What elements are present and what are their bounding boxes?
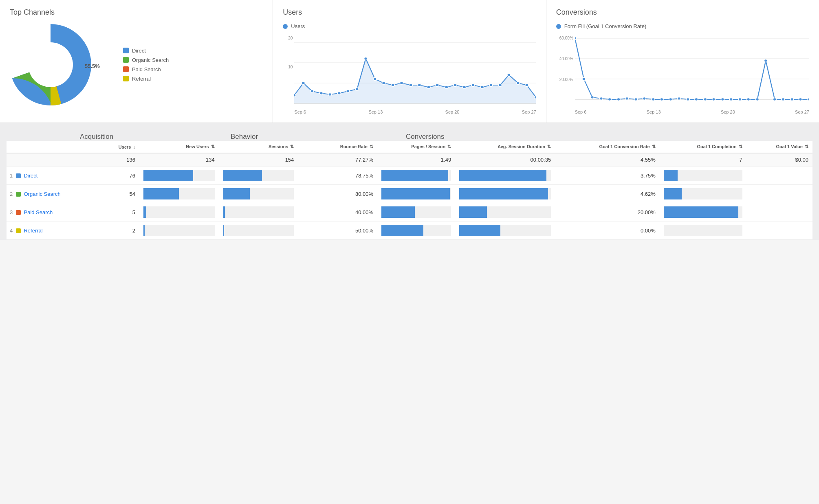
users-header[interactable]: Users ↓ (80, 141, 139, 153)
pie-legend: Direct Organic Search Paid Search Referr… (123, 48, 169, 82)
row4-channel: 4 Referral (7, 221, 80, 240)
svg-point-16 (364, 57, 368, 60)
row3-bounce-rate: 40.00% (298, 203, 377, 221)
row4-goal-value (746, 221, 812, 240)
bounce-sort[interactable]: ⇅ (370, 144, 373, 149)
users-chart-title: Users (283, 8, 536, 17)
table-row: 2 Organic Search 54 80.00% (7, 185, 812, 203)
total-label (7, 153, 80, 167)
svg-point-60 (746, 98, 750, 101)
referral-icon (16, 228, 21, 233)
svg-point-62 (764, 59, 767, 62)
svg-point-56 (712, 98, 715, 101)
row4-goal-bar (660, 221, 746, 240)
avg-session-header[interactable]: Avg. Session Duration ⇅ (455, 141, 555, 153)
x-label-sep6-users: Sep 6 (294, 110, 306, 114)
goal-completion-sort[interactable]: ⇅ (739, 144, 742, 149)
row1-goal-bar (660, 167, 746, 185)
users-sort[interactable]: ↓ (133, 145, 136, 149)
row2-avg-bar (455, 185, 555, 203)
table-row: 1 Direct 76 78.75% (7, 167, 812, 185)
svg-point-14 (346, 90, 350, 93)
row4-sessions-bar (219, 221, 298, 240)
svg-point-9 (302, 82, 305, 85)
x-label-sep20-conv: Sep 20 (721, 110, 735, 114)
row1-sessions-bar (219, 167, 298, 185)
svg-point-65 (790, 98, 793, 101)
x-label-sep20-users: Sep 20 (445, 110, 460, 114)
legend-direct: Direct (123, 48, 169, 54)
svg-point-55 (704, 98, 707, 101)
svg-point-41 (582, 78, 585, 81)
goal-value-sort[interactable]: ⇅ (805, 144, 808, 149)
row3-channel: 3 Paid Search (7, 203, 80, 221)
total-sessions: 154 (219, 153, 298, 167)
row3-users: 5 (80, 203, 139, 221)
pie-labels: 55.5% 39.4% (32, 23, 113, 105)
row4-bounce-bar (377, 221, 455, 240)
direct-icon (16, 173, 21, 178)
svg-point-32 (507, 74, 511, 77)
row2-goal-value (746, 185, 812, 203)
row2-bounce-bar (377, 185, 455, 203)
goal-rate-header[interactable]: Goal 1 Conversion Rate ⇅ (555, 141, 660, 153)
row4-goal-rate: 0.00% (555, 221, 660, 240)
direct-link[interactable]: Direct (24, 173, 37, 179)
behavior-section-header: Behavior (231, 133, 406, 141)
svg-point-13 (338, 92, 341, 95)
acquisition-section-header: Acquisition (80, 133, 231, 141)
new-users-sort[interactable]: ⇅ (211, 144, 215, 149)
svg-point-57 (721, 98, 724, 101)
row2-new-users-bar (139, 185, 219, 203)
pages-sort[interactable]: ⇅ (447, 144, 451, 149)
svg-point-17 (373, 78, 376, 81)
row4-new-users-bar (139, 221, 219, 240)
svg-point-40 (575, 37, 577, 40)
sessions-header[interactable]: Sessions ⇅ (219, 141, 298, 153)
paid-link[interactable]: Paid Search (24, 209, 53, 215)
organic-icon (16, 192, 21, 197)
svg-point-15 (355, 88, 359, 91)
svg-point-8 (294, 94, 296, 97)
row1-new-users-bar (139, 167, 219, 185)
paid-icon (16, 210, 21, 215)
row2-goal-rate: 4.62% (555, 185, 660, 203)
referral-link[interactable]: Referral (24, 228, 42, 234)
row4-users: 2 (80, 221, 139, 240)
row2-goal-bar (660, 185, 746, 203)
svg-point-44 (608, 98, 611, 101)
bounce-rate-header[interactable]: Bounce Rate ⇅ (298, 141, 377, 153)
avg-session-sort[interactable]: ⇅ (547, 144, 551, 149)
row3-goal-value (746, 203, 812, 221)
total-goal-completion: 7 (660, 153, 746, 167)
organic-color (123, 57, 129, 63)
row1-goal-value (746, 167, 812, 185)
legend-organic: Organic Search (123, 57, 169, 63)
svg-point-22 (418, 84, 421, 87)
conversions-chart-panel: Conversions Form Fill (Goal 1 Conversion… (546, 0, 819, 123)
goal-value-header[interactable]: Goal 1 Value ⇅ (746, 141, 812, 153)
svg-point-50 (660, 98, 663, 101)
y-label-20: 20 (283, 36, 293, 40)
svg-point-34 (525, 84, 528, 87)
pages-session-header[interactable]: Pages / Session ⇅ (377, 141, 455, 153)
total-pages-session: 1.49 (377, 153, 455, 167)
svg-point-28 (471, 84, 475, 87)
total-new-users: 134 (139, 153, 219, 167)
svg-point-33 (517, 82, 520, 85)
conversions-chart-legend: Form Fill (Goal 1 Conversion Rate) (556, 23, 809, 29)
svg-point-19 (391, 84, 394, 87)
new-users-header[interactable]: New Users ⇅ (139, 141, 219, 153)
svg-point-26 (454, 84, 457, 87)
row3-new-users-bar (139, 203, 219, 221)
conversions-chart-svg (575, 34, 809, 107)
sessions-sort[interactable]: ⇅ (290, 144, 294, 149)
table-row: 4 Referral 2 50.00% (7, 221, 812, 240)
top-channels-panel: Top Channels 55.5% 39.4 (0, 0, 273, 123)
goal-completion-header[interactable]: Goal 1 Completion ⇅ (660, 141, 746, 153)
svg-point-12 (328, 93, 332, 96)
svg-point-27 (463, 86, 466, 89)
organic-link[interactable]: Organic Search (24, 191, 60, 197)
y-label-20: 20.00% (556, 77, 573, 82)
goal-rate-sort[interactable]: ⇅ (652, 144, 656, 149)
